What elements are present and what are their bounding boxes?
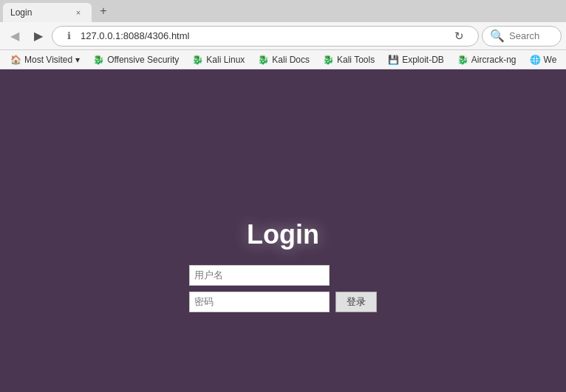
- kali-tools-icon: 🐉: [323, 55, 334, 65]
- kali-linux-icon: 🐉: [192, 55, 203, 65]
- aircrack-ng-label: Aircrack-ng: [471, 55, 516, 65]
- kali-tools-label: Kali Tools: [337, 55, 375, 65]
- security-icon: ℹ: [61, 26, 76, 47]
- kali-docs-label: Kali Docs: [272, 55, 310, 65]
- bookmark-most-visited[interactable]: 🏠 Most Visited ▾: [4, 53, 86, 66]
- search-icon: 🔍: [490, 29, 505, 43]
- username-row: [189, 265, 377, 286]
- bookmark-aircrack-ng[interactable]: 🐉 Aircrack-ng: [451, 53, 522, 66]
- password-input[interactable]: [189, 292, 330, 312]
- login-container: Login 登录: [189, 219, 377, 312]
- tab-title: Login: [10, 7, 68, 18]
- login-title: Login: [247, 219, 319, 250]
- submit-button[interactable]: 登录: [335, 292, 377, 312]
- bookmarks-bar: 🏠 Most Visited ▾ 🐉 Offensive Security 🐉 …: [0, 50, 566, 69]
- we-label: We: [544, 55, 557, 65]
- bookmark-kali-linux[interactable]: 🐉 Kali Linux: [186, 53, 250, 66]
- forward-button[interactable]: ▶: [28, 26, 49, 47]
- aircrack-ng-icon: 🐉: [457, 55, 468, 65]
- login-form: 登录: [189, 265, 377, 312]
- bookmark-offensive-security[interactable]: 🐉 Offensive Security: [87, 53, 185, 66]
- we-icon: 🌐: [530, 55, 541, 65]
- most-visited-label: Most Visited: [24, 55, 72, 65]
- reload-button[interactable]: ↻: [449, 26, 469, 47]
- exploit-db-label: Exploit-DB: [402, 55, 444, 65]
- url-text: 127.0.0.1:8088/4306.html: [81, 30, 444, 41]
- new-tab-button[interactable]: +: [95, 2, 112, 20]
- offensive-security-icon: 🐉: [93, 55, 104, 65]
- active-tab[interactable]: Login ×: [3, 3, 92, 22]
- most-visited-icon: 🏠: [10, 55, 21, 65]
- tab-close-button[interactable]: ×: [72, 7, 84, 18]
- bookmark-we[interactable]: 🌐 We: [524, 53, 563, 66]
- search-input[interactable]: [509, 30, 553, 41]
- page-content: Login 登录: [0, 69, 566, 392]
- exploit-db-icon: 💾: [388, 55, 399, 65]
- back-icon: ◀: [10, 29, 19, 43]
- url-bar[interactable]: ℹ 127.0.0.1:8088/4306.html ↻: [52, 26, 479, 47]
- tab-bar: Login × +: [0, 0, 566, 22]
- bookmark-exploit-db[interactable]: 💾 Exploit-DB: [382, 53, 450, 66]
- search-box[interactable]: 🔍: [482, 26, 562, 47]
- browser-window: Login × + ◀ ▶ ℹ 127.0.0.1:8088/4306.html…: [0, 0, 566, 392]
- kali-docs-icon: 🐉: [258, 55, 269, 65]
- most-visited-arrow: ▾: [75, 55, 80, 65]
- forward-icon: ▶: [34, 29, 43, 43]
- offensive-security-label: Offensive Security: [107, 55, 179, 65]
- password-row: 登录: [189, 292, 377, 312]
- bookmark-kali-docs[interactable]: 🐉 Kali Docs: [252, 53, 316, 66]
- kali-linux-label: Kali Linux: [206, 55, 245, 65]
- username-input[interactable]: [189, 265, 330, 286]
- bookmark-kali-tools[interactable]: 🐉 Kali Tools: [317, 53, 381, 66]
- back-button[interactable]: ◀: [4, 26, 25, 47]
- nav-bar: ◀ ▶ ℹ 127.0.0.1:8088/4306.html ↻ 🔍: [0, 22, 566, 50]
